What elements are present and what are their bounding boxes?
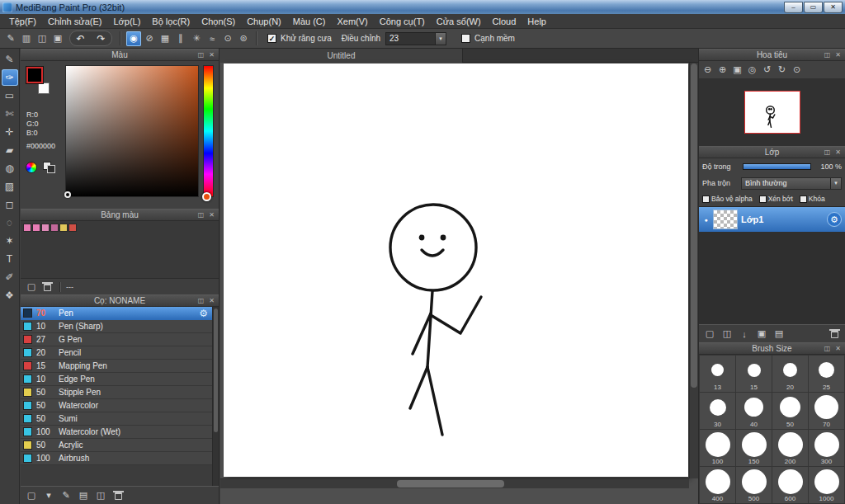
snap-ellipse-icon[interactable]: ⊚ <box>236 31 251 46</box>
palette-swatch[interactable] <box>59 224 68 232</box>
add-layer-icon[interactable]: ▢ <box>702 327 717 341</box>
close-panel-icon[interactable] <box>206 49 217 60</box>
menu-item[interactable]: Công cụ(T) <box>374 16 431 27</box>
hand-tool[interactable]: ❖ <box>2 287 18 304</box>
palette-swatch[interactable] <box>32 224 40 232</box>
horizontal-scrollbar-thumb[interactable] <box>397 480 504 488</box>
close-panel-icon[interactable] <box>833 343 843 354</box>
brush-menu-icon[interactable]: ▾ <box>41 488 56 503</box>
rotate-right-icon[interactable]: ↻ <box>775 63 789 77</box>
hue-slider[interactable] <box>203 65 214 197</box>
layer-settings-icon[interactable]: ⚙ <box>827 212 842 227</box>
select-arrow-icon[interactable] <box>830 178 841 189</box>
float-panel-icon[interactable] <box>196 210 206 220</box>
float-panel-icon[interactable] <box>822 49 833 60</box>
palette-swatch[interactable] <box>68 224 77 232</box>
brush-size-option[interactable]: 100 <box>700 430 735 466</box>
delete-color-icon[interactable] <box>40 280 54 294</box>
snap-grid-icon[interactable]: ▦ <box>158 31 172 46</box>
vertical-scrollbar[interactable] <box>689 63 698 478</box>
brush-size-option[interactable]: 150 <box>736 430 772 466</box>
fill-tool[interactable]: ▰ <box>2 142 18 158</box>
menu-item[interactable]: Chỉnh sửa(E) <box>42 16 107 27</box>
saturation-value-picker[interactable] <box>65 65 199 197</box>
palette-swatch[interactable] <box>50 224 59 232</box>
brush-size-option[interactable]: 25 <box>809 356 844 392</box>
drawing-canvas[interactable] <box>224 64 688 477</box>
toolbar-pen-icon[interactable]: ✎ <box>3 31 18 46</box>
brush-size-option[interactable]: 600 <box>772 467 808 503</box>
close-panel-icon[interactable] <box>206 210 217 220</box>
layer-folder-icon[interactable]: ▤ <box>772 327 786 341</box>
adjust-dropdown[interactable]: 23 <box>385 32 446 45</box>
canvas-tab[interactable]: Untitled <box>220 49 463 63</box>
snap-off-icon[interactable]: ⊘ <box>142 31 157 46</box>
pen-tool[interactable]: ✎ <box>2 51 18 68</box>
brush-item[interactable]: 50Stipple Pen <box>21 386 212 399</box>
toolbar-copy-icon[interactable]: ◫ <box>35 31 50 46</box>
brush-item[interactable]: 50Acrylic <box>21 439 212 452</box>
brush-item[interactable]: 100Watercolor (Wet) <box>21 426 212 439</box>
divide-tool[interactable]: ✄ <box>2 106 18 122</box>
layer-visibility-icon[interactable]: ● <box>702 217 710 223</box>
opacity-slider[interactable] <box>743 163 811 170</box>
menu-item[interactable]: Cửa sổ(W) <box>431 16 487 27</box>
reset-view-icon[interactable]: ⊙ <box>790 63 804 77</box>
toolbar-board-icon[interactable]: ▣ <box>50 31 65 46</box>
maximize-button[interactable]: ▭ <box>804 2 823 13</box>
brush-size-option[interactable]: 30 <box>700 393 735 429</box>
brush-size-option[interactable]: 70 <box>809 393 844 429</box>
brush-size-option[interactable]: 13 <box>700 356 735 392</box>
lasso-tool[interactable]: ◌ <box>2 214 18 231</box>
brush-size-option[interactable]: 15 <box>736 356 772 392</box>
brush-size-option[interactable]: 20 <box>772 356 808 392</box>
text-tool[interactable]: T <box>2 251 18 267</box>
blend-mode-select[interactable]: Bình thường <box>741 177 842 190</box>
menu-item[interactable]: Bộ lọc(R) <box>146 16 196 27</box>
fit-view-icon[interactable]: ▣ <box>730 63 744 77</box>
snap-cross-icon[interactable]: ✳ <box>189 31 204 46</box>
brush-size-option[interactable]: 300 <box>809 430 844 466</box>
brush-size-option[interactable]: 500 <box>736 467 772 503</box>
brush-item[interactable]: 10Edge Pen <box>21 373 212 386</box>
edit-brush-icon[interactable]: ✎ <box>59 488 73 503</box>
soft-edge-checkbox[interactable] <box>461 34 470 43</box>
layer-option-checkbox[interactable] <box>702 195 710 203</box>
close-panel-icon[interactable] <box>206 295 217 306</box>
foreground-color-swatch[interactable] <box>26 67 43 83</box>
add-brush-icon[interactable]: ▢ <box>24 488 39 503</box>
hue-slider-handle[interactable] <box>202 192 211 201</box>
vertical-scrollbar-thumb[interactable] <box>691 64 697 388</box>
sv-picker-handle[interactable] <box>64 191 71 198</box>
brush-size-option[interactable]: 50 <box>772 393 808 429</box>
brush-size-option[interactable]: 200 <box>772 430 808 466</box>
color-wheel-icon[interactable] <box>26 162 37 173</box>
brush-item[interactable]: 10Pen (Sharp) <box>21 320 212 333</box>
select-tool[interactable]: ◻ <box>2 196 18 213</box>
zoom-in-icon[interactable]: ⊕ <box>715 63 729 77</box>
float-panel-icon[interactable] <box>822 343 833 354</box>
swap-colors-icon[interactable] <box>43 162 55 173</box>
snap-circle-icon[interactable]: ⊙ <box>220 31 235 46</box>
menu-item[interactable]: Tệp(F) <box>3 16 42 27</box>
brush-tool[interactable]: ✑ <box>2 69 18 86</box>
brush-item[interactable]: 15Mapping Pen <box>21 360 212 373</box>
undo-button[interactable]: ↶ <box>70 31 91 45</box>
menu-item[interactable]: Chụp(N) <box>241 16 287 27</box>
eyedropper-tool[interactable]: ✐ <box>2 269 18 285</box>
snap-curve-icon[interactable]: ≈ <box>205 31 220 46</box>
actual-size-icon[interactable]: ◎ <box>745 63 759 77</box>
float-panel-icon[interactable] <box>196 49 206 60</box>
brush-item[interactable]: 50Sumi <box>21 412 212 426</box>
toolbar-comment-icon[interactable]: ▥ <box>19 31 34 46</box>
brush-folder-icon[interactable]: ▤ <box>76 488 91 503</box>
horizontal-scrollbar[interactable] <box>220 478 689 488</box>
close-button[interactable]: ✕ <box>824 2 843 13</box>
bucket-tool[interactable]: ◍ <box>2 160 18 177</box>
close-panel-icon[interactable] <box>833 49 843 60</box>
brush-size-option[interactable]: 400 <box>700 467 735 503</box>
background-color-swatch[interactable] <box>38 82 50 94</box>
layer-option-checkbox[interactable] <box>800 195 807 203</box>
duplicate-brush-icon[interactable]: ◫ <box>93 488 108 503</box>
brush-item[interactable]: 20Pencil <box>21 346 212 360</box>
